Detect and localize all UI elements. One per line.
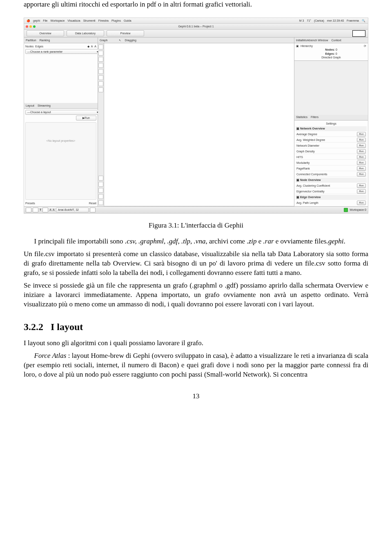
run-button[interactable]: Run — [357, 138, 366, 142]
stat-row: PageRankRun — [296, 166, 367, 171]
status-battery: (Carica) — [314, 19, 324, 22]
workspace-label: Workspace 0 — [350, 208, 366, 212]
mac-menubar: 🍎 gephi File Workspace Visualizza Strume… — [24, 18, 368, 24]
graph-type: Directed Graph — [296, 56, 366, 59]
run-button[interactable]: Run — [357, 201, 366, 205]
tab-preview[interactable]: Preview — [107, 30, 144, 36]
tab-overview[interactable]: Overview — [27, 30, 64, 36]
minimize-icon[interactable] — [29, 25, 32, 28]
statistics-panel: Settings ▣ Network Overview Average Degr… — [294, 121, 368, 206]
run-button[interactable]: Run — [357, 183, 366, 188]
tool-icon[interactable] — [98, 63, 103, 68]
tool-icon[interactable] — [98, 51, 103, 56]
workspace-indicator[interactable] — [344, 208, 348, 212]
status-temp: 71° — [307, 19, 311, 22]
font-a-icon[interactable]: A — [49, 208, 51, 212]
tab-data-laboratory[interactable]: Data Laboratory — [67, 30, 104, 36]
tab-streaming[interactable]: Streaming — [38, 104, 51, 107]
stats-panel-tabs: Statistics Filters — [294, 115, 368, 121]
menu-file[interactable]: File — [43, 19, 47, 22]
run-button[interactable]: Run — [357, 172, 366, 176]
font-a-icon[interactable]: A — [53, 208, 55, 212]
tab-context[interactable]: Context — [331, 38, 341, 42]
tool-icon[interactable] — [90, 208, 96, 212]
section-heading: 3.2.2 I layout — [24, 320, 368, 333]
tool-icon[interactable] — [98, 45, 103, 49]
tab-layout[interactable]: Layout — [26, 104, 34, 107]
font-bold-icon[interactable]: T — [40, 208, 41, 212]
layout-reset-button[interactable]: Reset — [89, 201, 96, 205]
run-button[interactable]: Run — [357, 166, 366, 171]
run-button[interactable]: Run — [357, 155, 366, 159]
pointer-icon[interactable]: ↖ — [119, 38, 121, 42]
apple-icon: 🍎 — [27, 19, 30, 22]
graph-canvas[interactable] — [104, 43, 294, 206]
menu-plugins[interactable]: Plugins — [111, 19, 121, 22]
layout-run-button[interactable]: ▶ Run — [76, 116, 96, 121]
layout-select[interactable]: ---Choose a layout ▾ — [25, 110, 100, 115]
tool-icon[interactable] — [98, 57, 103, 62]
tool-icon[interactable] — [98, 87, 103, 92]
layout-panel-tabs: Layout Streaming — [24, 103, 98, 109]
drag-mode-label: Dragging — [125, 38, 136, 42]
tab-partition[interactable]: Partition — [26, 38, 36, 42]
tab-filters[interactable]: Filters — [311, 115, 318, 119]
close-icon[interactable] — [26, 25, 28, 28]
settings-link[interactable]: Settings — [296, 122, 367, 125]
hierarchy-icon[interactable]: ▣ — [296, 44, 299, 48]
tool-icon[interactable] — [98, 69, 103, 74]
run-button[interactable]: Run — [357, 143, 366, 148]
font-select[interactable]: Arial-BoldMT, 32 — [56, 208, 89, 212]
layout-panel: ---Choose a layout ▾ ▶ Run <No layout pr… — [24, 109, 98, 206]
menu-tools[interactable]: Strumenti — [83, 19, 96, 22]
ranking-icon[interactable]: ◆ — [87, 45, 89, 48]
tool-icon[interactable] — [98, 200, 103, 205]
tab-graph[interactable]: Graph — [100, 38, 107, 42]
edges-value: 0 — [336, 52, 337, 55]
status-user: Fraemma — [347, 19, 359, 22]
run-button[interactable]: Run — [357, 132, 366, 136]
paragraph-graphml: Se invece si possiede già un file che ra… — [24, 281, 368, 309]
menu-app[interactable]: gephi — [33, 19, 40, 22]
menu-workspace[interactable]: Workspace — [50, 19, 65, 22]
context-panel-tabs: InitialWorkbench Window Context — [294, 38, 368, 43]
ranking-size-icon[interactable]: A — [91, 45, 93, 48]
tool-icon[interactable] — [26, 208, 31, 212]
menu-view[interactable]: Visualizza — [67, 19, 80, 22]
window-controls[interactable] — [24, 25, 37, 29]
paragraph-imports: I principali file importabili sono .csv,… — [24, 237, 368, 246]
menu-help[interactable]: Guida — [124, 19, 131, 22]
rank-param-select[interactable]: ---Choose a rank parameter ▾ — [25, 49, 100, 54]
refresh-icon[interactable]: ⟳ — [364, 44, 366, 48]
layout-presets-button[interactable]: Presets — [25, 201, 35, 205]
paragraph-force-atlas: Force Atlas : layout Home-brew di Gephi … — [24, 351, 368, 380]
graph-panel-tabs: Graph ↖ Dragging — [98, 38, 294, 43]
tab-workbench[interactable]: InitialWorkbench Window — [296, 38, 328, 42]
tool-icon[interactable] — [98, 81, 103, 86]
cat-edge[interactable]: ▣ Edge Overview — [296, 195, 367, 200]
tab-statistics[interactable]: Statistics — [296, 115, 307, 119]
tool-icon[interactable] — [42, 208, 48, 212]
tool-icon[interactable] — [98, 176, 103, 181]
run-button[interactable]: Run — [357, 189, 366, 194]
no-props-label: <No layout properties> — [26, 123, 96, 143]
figure-caption: Figura 3.1: L'interfaccia di Gephii — [24, 221, 368, 230]
tool-icon[interactable] — [33, 208, 38, 212]
run-button[interactable]: Run — [357, 161, 366, 165]
zoom-icon[interactable] — [33, 25, 36, 28]
tool-icon[interactable] — [98, 75, 103, 80]
cat-network[interactable]: ▣ Network Overview — [296, 126, 367, 131]
cat-node[interactable]: ▣ Node Overview — [296, 178, 367, 183]
tab-edges[interactable]: Edges — [35, 45, 43, 48]
tool-icon[interactable] — [98, 194, 103, 199]
stat-row: Average DegreeRun — [296, 132, 367, 137]
tab-nodes[interactable]: Nodes — [25, 45, 33, 48]
tool-icon[interactable] — [98, 182, 103, 187]
ranking-label-icon[interactable]: A — [94, 45, 96, 48]
tab-ranking[interactable]: Ranking — [40, 38, 50, 42]
tool-icon[interactable] — [98, 188, 103, 193]
search-icon[interactable]: 🔍 — [362, 19, 365, 22]
bottom-toolbar: T A A Arial-BoldMT, 32 Workspace 0 — [24, 206, 368, 213]
menu-window[interactable]: Finestra — [98, 19, 109, 22]
run-button[interactable]: Run — [357, 149, 366, 154]
